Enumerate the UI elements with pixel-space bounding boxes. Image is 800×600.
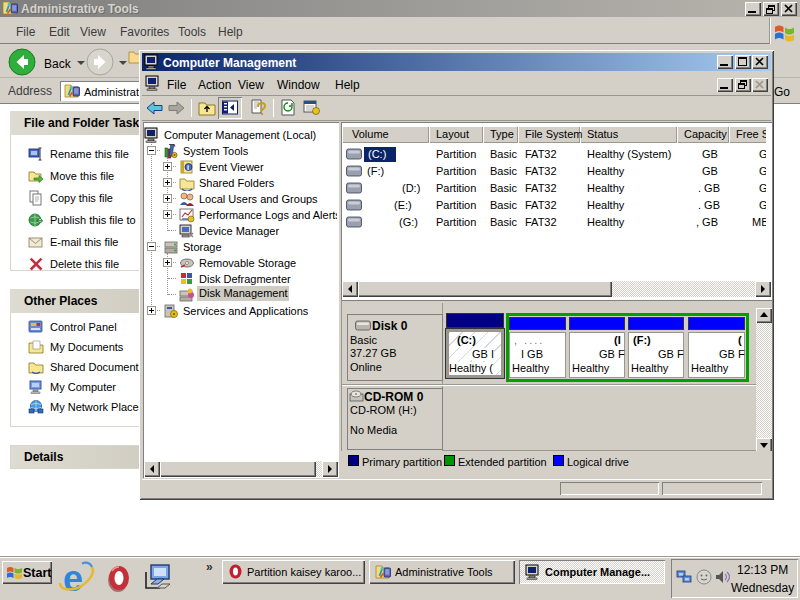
- svg-text:e: e: [63, 559, 83, 599]
- svg-text:i: i: [187, 164, 189, 171]
